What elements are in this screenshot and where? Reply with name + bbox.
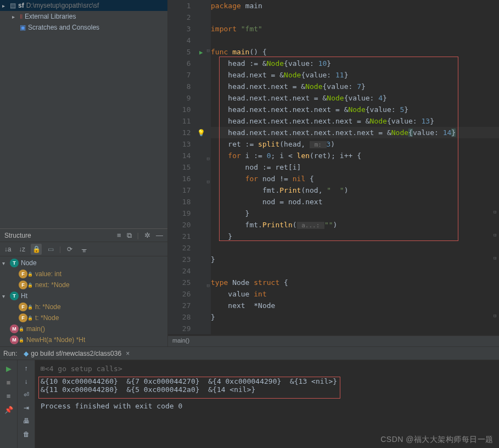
line-number[interactable]: 27 bbox=[168, 300, 191, 311]
layout-icon[interactable]: ≡ bbox=[7, 392, 11, 400]
code-line[interactable]: head.next.next = &Node{value: 7} bbox=[211, 81, 499, 92]
gutter[interactable] bbox=[191, 104, 211, 115]
minimize-icon[interactable]: — bbox=[156, 231, 163, 239]
scroll-icon[interactable]: ⇥ bbox=[24, 404, 29, 412]
code-line[interactable]: }⊟ bbox=[211, 311, 499, 323]
line-number[interactable]: 8 bbox=[168, 81, 191, 92]
code-line[interactable]: package main bbox=[211, 0, 499, 12]
gutter[interactable] bbox=[191, 69, 211, 81]
line-number[interactable]: 19 bbox=[168, 208, 191, 219]
gutter[interactable] bbox=[191, 208, 211, 219]
line-number[interactable]: 24 bbox=[168, 265, 191, 277]
line-number[interactable]: 3 bbox=[168, 23, 191, 35]
code-line[interactable]: next *Node bbox=[211, 300, 499, 311]
close-icon[interactable]: × bbox=[126, 350, 130, 357]
pin-icon[interactable]: 📌 bbox=[4, 406, 13, 414]
gutter[interactable]: ⊟ bbox=[191, 277, 211, 288]
fold-icon[interactable]: ⊟ bbox=[207, 283, 210, 288]
code-line[interactable]: head.next.next.next = &Node{value: 4} bbox=[211, 92, 499, 104]
line-number[interactable]: 15 bbox=[168, 161, 191, 173]
up-icon[interactable]: ↑ bbox=[25, 365, 28, 372]
stop-icon[interactable]: ■ bbox=[7, 378, 11, 387]
code-line[interactable]: }⊟ bbox=[211, 231, 499, 242]
structure-node[interactable]: F🔒value: int bbox=[0, 268, 167, 279]
structure-node[interactable]: ▾THt bbox=[0, 290, 167, 301]
code-line[interactable]: for i := 0; i < len(ret); i++ { bbox=[211, 150, 499, 161]
structure-node[interactable]: M🔒NewHt(a *Node) *Ht bbox=[0, 334, 167, 345]
line-number[interactable]: 25 bbox=[168, 277, 191, 288]
line-number[interactable]: 12 bbox=[168, 127, 191, 138]
line-number[interactable]: 23 bbox=[168, 254, 191, 265]
gutter[interactable] bbox=[191, 265, 211, 277]
line-number[interactable]: 5 bbox=[168, 46, 191, 58]
gutter[interactable] bbox=[191, 81, 211, 92]
code-line[interactable]: fmt.Print(nod, " ") bbox=[211, 184, 499, 196]
gutter[interactable] bbox=[191, 242, 211, 254]
gutter[interactable] bbox=[191, 184, 211, 196]
fold-close-icon[interactable]: ⊟ bbox=[494, 313, 496, 318]
scratches[interactable]: ▣ Scratches and Consoles bbox=[0, 22, 167, 33]
line-number[interactable]: 11 bbox=[168, 115, 191, 127]
project-tree[interactable]: ▸ ▤ sf D:\mysetup\gopath\src\sf ▸ ⫴ Exte… bbox=[0, 0, 167, 33]
line-number[interactable]: 22 bbox=[168, 242, 191, 254]
line-number[interactable]: 21 bbox=[168, 231, 191, 242]
sort-alpha-button[interactable]: ↓a bbox=[2, 244, 13, 255]
gutter[interactable]: ⊟ bbox=[191, 173, 211, 184]
code-line[interactable]: func main() { bbox=[211, 46, 499, 58]
gutter[interactable] bbox=[191, 58, 211, 69]
line-number[interactable]: 18 bbox=[168, 196, 191, 208]
line-number[interactable]: 4 bbox=[168, 35, 191, 46]
structure-node[interactable]: M🔒main() bbox=[0, 323, 167, 334]
code-line[interactable]: fmt.Println( a...: "") bbox=[211, 219, 499, 231]
gutter[interactable] bbox=[191, 138, 211, 150]
gutter[interactable]: ⊟ bbox=[191, 150, 211, 161]
code-line[interactable]: head.next = &Node{value: 11} bbox=[211, 69, 499, 81]
gutter[interactable] bbox=[191, 323, 211, 334]
code-line[interactable]: head.next.next.next.next.next.next = &No… bbox=[211, 127, 499, 138]
structure-node[interactable]: ▾TNode bbox=[0, 257, 167, 268]
gutter[interactable]: 💡 bbox=[191, 127, 211, 138]
code-line[interactable]: head.next.next.next.next = &Node{value: … bbox=[211, 104, 499, 115]
gutter[interactable] bbox=[191, 311, 211, 323]
structure-node[interactable]: F🔒next: *Node bbox=[0, 279, 167, 290]
project-root[interactable]: ▸ ▤ sf D:\mysetup\gopath\src\sf bbox=[0, 0, 167, 11]
print-icon[interactable]: 🖶 bbox=[23, 417, 30, 425]
line-number[interactable]: 10 bbox=[168, 104, 191, 115]
code-line[interactable] bbox=[211, 323, 499, 334]
code-line[interactable]: value int bbox=[211, 288, 499, 300]
code-line[interactable]: type Node struct { bbox=[211, 277, 499, 288]
fold-icon[interactable]: ⊟ bbox=[207, 156, 210, 161]
fold-close-icon[interactable]: ⊟ bbox=[494, 209, 496, 215]
gutter[interactable] bbox=[191, 92, 211, 104]
code-area[interactable]: 1package main23import "fmt"45▶⊟func main… bbox=[168, 0, 499, 335]
gutter[interactable]: ▶⊟ bbox=[191, 46, 211, 58]
code-line[interactable]: nod := ret[i] bbox=[211, 161, 499, 173]
expand-icon[interactable]: ⧉ bbox=[127, 231, 132, 240]
code-line[interactable] bbox=[211, 265, 499, 277]
code-line[interactable]: import "fmt" bbox=[211, 23, 499, 35]
code-line[interactable]: nod = nod.next bbox=[211, 196, 499, 208]
gutter[interactable] bbox=[191, 288, 211, 300]
autoscroll-button[interactable]: ⟳ bbox=[64, 244, 75, 255]
breadcrumb[interactable]: main() bbox=[168, 335, 499, 346]
gutter[interactable] bbox=[191, 300, 211, 311]
gutter[interactable] bbox=[191, 219, 211, 231]
fold-close-icon[interactable]: ⊟ bbox=[494, 255, 496, 261]
sort-vis-button[interactable]: ↓z bbox=[16, 244, 27, 255]
code-line[interactable] bbox=[211, 242, 499, 254]
fold-close-icon[interactable]: ⊟ bbox=[494, 232, 496, 238]
code-line[interactable]: }⊟ bbox=[211, 208, 499, 219]
gutter[interactable] bbox=[191, 161, 211, 173]
structure-node[interactable]: F🔒h: *Node bbox=[0, 301, 167, 312]
code-line[interactable] bbox=[211, 35, 499, 46]
run-config-tab[interactable]: ◆ go build sf/newclass2/class036 × bbox=[20, 349, 133, 359]
code-line[interactable]: head := &Node{value: 10} bbox=[211, 58, 499, 69]
gutter[interactable] bbox=[191, 231, 211, 242]
line-number[interactable]: 17 bbox=[168, 184, 191, 196]
fold-icon[interactable]: ⊟ bbox=[207, 48, 210, 53]
gutter[interactable] bbox=[191, 196, 211, 208]
filter-button[interactable]: ᚂ bbox=[79, 244, 89, 255]
line-number[interactable]: 7 bbox=[168, 69, 191, 81]
line-number[interactable]: 29 bbox=[168, 323, 191, 334]
code-line[interactable]: ret := split(head, m: 3) bbox=[211, 138, 499, 150]
